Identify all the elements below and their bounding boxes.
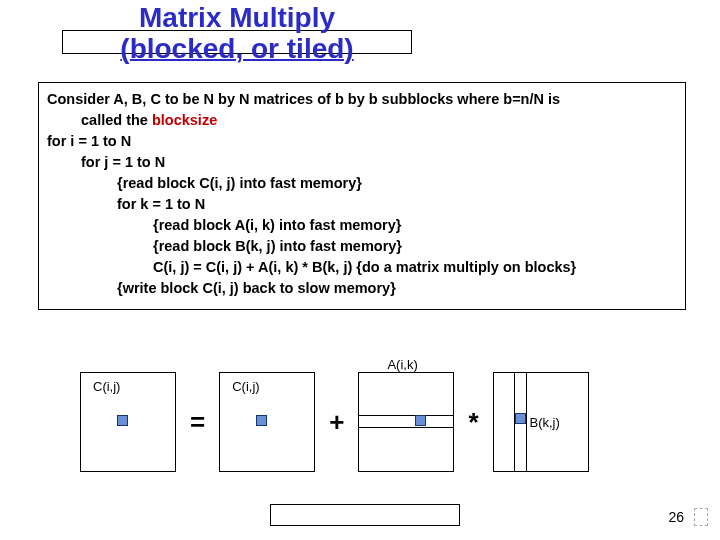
slide-title-wrap: Matrix Multiply (blocked, or tiled) (62, 2, 412, 65)
op-plus: + (325, 407, 348, 438)
label-c1: C(i,j) (93, 379, 120, 394)
code-l2: for j = 1 to N (81, 152, 677, 173)
title-line2: (blocked, or tiled) (120, 33, 353, 64)
row-band-a (359, 415, 453, 428)
op-mul: * (464, 407, 482, 438)
code-l3: {read block C(i, j) into fast memory} (117, 173, 677, 194)
slide-title: Matrix Multiply (blocked, or tiled) (62, 2, 412, 65)
footer-decor-box (270, 504, 460, 526)
intro-line-b: called the blocksize (81, 110, 677, 131)
matrix-b: B(k,j) (493, 372, 589, 472)
page-number: 26 (668, 509, 684, 525)
intro-line-a: Consider A, B, C to be N by N matrices o… (47, 89, 677, 110)
label-c2: C(i,j) (232, 379, 259, 394)
code-l7: C(i, j) = C(i, j) + A(i, k) * B(k, j) {d… (153, 257, 677, 278)
code-l6: {read block B(k, j) into fast memory} (153, 236, 677, 257)
block-c1 (117, 415, 128, 426)
code-l1: for i = 1 to N (47, 131, 677, 152)
matrix-c-result: C(i,j) (80, 372, 176, 472)
label-a: A(i,k) (387, 357, 417, 372)
code-l4: for k = 1 to N (117, 194, 677, 215)
code-l8: {write block C(i, j) back to slow memory… (117, 278, 677, 299)
op-equals: = (186, 407, 209, 438)
matrix-c-current: C(i,j) (219, 372, 315, 472)
matrix-diagram: C(i,j) = C(i,j) + A(i,k) * B(k,j) (80, 372, 589, 472)
block-b (515, 413, 526, 424)
corner-decor (694, 508, 708, 526)
blocksize-keyword: blocksize (152, 112, 217, 128)
title-line1: Matrix Multiply (139, 2, 335, 33)
matrix-a: A(i,k) (358, 372, 454, 472)
block-c2 (256, 415, 267, 426)
label-b: B(k,j) (530, 415, 560, 430)
block-a (415, 415, 426, 426)
pseudocode-box: Consider A, B, C to be N by N matrices o… (38, 82, 686, 310)
code-l5: {read block A(i, k) into fast memory} (153, 215, 677, 236)
